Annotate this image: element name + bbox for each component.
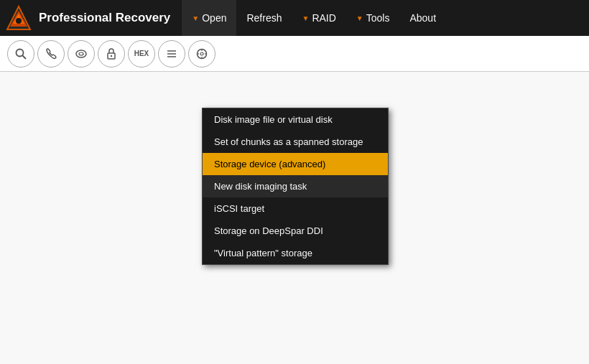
search-button[interactable]	[7, 40, 34, 67]
menu-open[interactable]: ▼ Open	[182, 0, 236, 36]
svg-point-4	[17, 49, 24, 56]
menu-raid-label: RAID	[312, 12, 335, 24]
app-logo-area: Professional Recovery	[6, 5, 170, 31]
dropdown-item-storage-device[interactable]: Storage device (advanced)	[203, 153, 388, 175]
list-button[interactable]	[158, 40, 185, 67]
hex-button[interactable]: HEX	[128, 40, 155, 67]
disk-icon	[75, 47, 88, 60]
dropdown-item-deepspar[interactable]: Storage on DeepSpar DDI	[203, 220, 388, 242]
svg-point-9	[111, 55, 112, 56]
tools-arrow-icon: ▼	[356, 14, 363, 22]
menu-open-label: Open	[202, 12, 226, 24]
lock-button[interactable]	[98, 40, 125, 67]
svg-line-5	[23, 55, 27, 59]
phone-button[interactable]	[37, 40, 65, 67]
open-arrow-icon: ▼	[192, 14, 199, 22]
svg-point-14	[200, 52, 203, 55]
list-icon	[165, 47, 178, 60]
open-dropdown-menu: Disk image file or virtual disk Set of c…	[202, 108, 389, 265]
menu-tools[interactable]: ▼ Tools	[346, 0, 400, 36]
raid-arrow-icon: ▼	[302, 14, 310, 22]
menu-refresh[interactable]: Refresh	[236, 0, 292, 36]
extra-button[interactable]	[188, 40, 215, 67]
menu-about[interactable]: About	[399, 0, 446, 36]
menu-raid[interactable]: ▼ RAID	[292, 0, 346, 36]
lock-icon	[105, 47, 118, 60]
menu-tools-label: Tools	[366, 12, 390, 24]
dropdown-item-virtual-pattern[interactable]: "Virtual pattern" storage	[203, 242, 388, 264]
app-logo-icon	[6, 5, 32, 31]
search-icon	[14, 47, 27, 60]
svg-point-7	[79, 52, 83, 55]
dropdown-item-iscsi[interactable]: iSCSI target	[203, 197, 388, 220]
toolbar: HEX	[0, 36, 589, 72]
menu-bar: Professional Recovery ▼ Open Refresh ▼ R…	[0, 0, 589, 36]
dropdown-item-disk-image[interactable]: Disk image file or virtual disk	[203, 108, 388, 131]
disk-button[interactable]	[68, 40, 95, 67]
main-content: Disk image file or virtual disk Set of c…	[0, 72, 589, 364]
dropdown-item-new-disk-imaging[interactable]: New disk imaging task	[203, 175, 388, 197]
svg-point-3	[16, 18, 22, 24]
menu-about-label: About	[409, 12, 436, 24]
dropdown-item-chunks[interactable]: Set of chunks as a spanned storage	[203, 131, 388, 153]
svg-point-6	[76, 50, 86, 57]
phone-icon	[45, 47, 57, 60]
extra-icon	[195, 47, 208, 60]
app-title: Professional Recovery	[39, 11, 170, 25]
menu-refresh-label: Refresh	[246, 12, 282, 24]
